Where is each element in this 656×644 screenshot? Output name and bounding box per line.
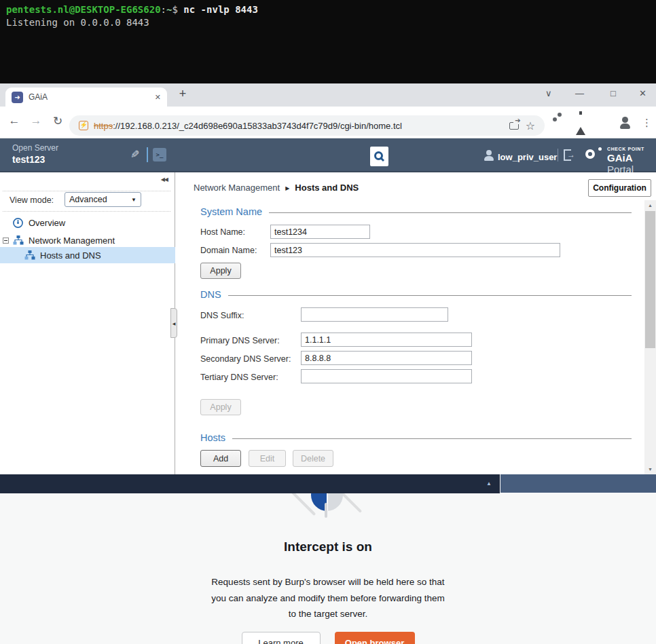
hosts-edit-button[interactable]: Edit [249, 450, 286, 467]
burp-titlebar[interactable]: ▲ [0, 474, 500, 493]
host-name-input[interactable] [270, 225, 370, 239]
url-rest: ://192.168.0.213/_c24d698e690a15833ab374… [113, 121, 402, 131]
burp-intercept-panel: Intercept is on Requests sent by Burp's … [0, 493, 656, 644]
breadcrumb-parent[interactable]: Network Management [194, 183, 280, 193]
browser-menu-icon[interactable]: ⋮ [642, 117, 652, 129]
sidebar-item-network-management[interactable]: Network Management [0, 232, 175, 248]
network-tree-icon [24, 250, 35, 260]
open-browser-button[interactable]: Open browser [335, 632, 415, 644]
scroll-down-icon[interactable]: ▼ [644, 464, 656, 474]
secondary-dns-label: Secondary DNS Server: [200, 354, 291, 364]
search-button[interactable] [370, 147, 388, 166]
burp-window-bar: ▲ [0, 474, 656, 493]
page-content: ◀ Network Management ▶ Hosts and DNS Con… [176, 172, 656, 474]
server-name: test123 [12, 154, 45, 165]
not-secure-icon[interactable]: ⚡ [79, 121, 88, 130]
brand-check-point: CHECK POINT [607, 147, 656, 151]
user-icon [484, 150, 494, 161]
sidebar-item-hosts-and-dns[interactable]: Hosts and DNS [0, 247, 175, 263]
intercept-illustration [325, 503, 327, 518]
portal-header: Open Server test123 ✎ >_ low_priv_user C… [0, 138, 656, 172]
section-title: Hosts [200, 432, 225, 443]
tertiary-dns-input[interactable] [301, 369, 472, 383]
dns-apply-button[interactable]: Apply [200, 399, 241, 415]
terminal-command: nc -nvlp 8443 [183, 4, 258, 15]
system-name-section-header: System Name [200, 206, 632, 217]
section-rule [228, 295, 632, 296]
tab-title: GAiA [29, 92, 155, 102]
tab-close-icon[interactable]: ✕ [155, 93, 161, 102]
primary-dns-input[interactable] [301, 333, 472, 347]
secondary-dns-input[interactable] [301, 351, 472, 365]
brand-text: CHECK POINT GAiA Portal [607, 147, 656, 175]
burp-titlebar-secondary[interactable] [500, 474, 656, 493]
new-tab-button[interactable]: + [175, 87, 190, 101]
view-mode-label: View mode: [10, 195, 54, 205]
chevron-down-icon: ▼ [131, 197, 136, 203]
expand-up-icon[interactable]: ▲ [486, 480, 492, 487]
window-close-icon[interactable]: ✕ [639, 88, 646, 98]
portal-main: ◀◀ View mode: Advanced ▼ Overview Networ… [0, 172, 656, 474]
breadcrumb-arrow-icon: ▶ [285, 185, 289, 191]
section-title: System Name [200, 206, 262, 217]
domain-name-label: Domain Name: [200, 246, 257, 255]
browser-tab-strip: ➜ GAiA ✕ + ∨ — □ ✕ [0, 83, 656, 107]
brand-gaia: GAiA [607, 152, 633, 164]
view-mode-select[interactable]: Advanced ▼ [65, 192, 141, 207]
learn-more-button[interactable]: Learn more [242, 632, 321, 644]
sidebar-item-label: Overview [29, 218, 65, 228]
sidebar-item-label: Hosts and DNS [40, 250, 101, 261]
window-chevron-icon[interactable]: ∨ [545, 88, 552, 98]
sidebar-collapse-icon[interactable]: ◀◀ [161, 176, 168, 183]
tree-collapse-icon[interactable] [3, 238, 9, 244]
tertiary-dns-label: Tertiary DNS Server: [200, 373, 278, 382]
address-bar[interactable]: ⚡ https://192.168.0.213/_c24d698e690a158… [69, 115, 545, 136]
hosts-section-header: Hosts [200, 432, 632, 443]
scroll-up-icon[interactable]: ▲ [644, 200, 656, 210]
browser-toolbar: ← → ↻ ⚡ https://192.168.0.213/_c24d698e6… [0, 107, 656, 138]
separator [3, 211, 170, 212]
header-divider [558, 149, 558, 162]
terminal-window: pentests.nl@DESKTOP-EG6S620:~$ nc -nvlp … [0, 0, 656, 83]
domain-name-input[interactable] [270, 243, 560, 257]
panel-collapse-handle[interactable]: ◀ [170, 308, 177, 338]
intercept-status-heading: Intercept is on [0, 539, 656, 554]
section-rule [232, 438, 632, 439]
terminal-output: Listening on 0.0.0.0 8443 [6, 16, 650, 29]
console-icon[interactable]: >_ [153, 148, 166, 162]
bookmark-star-icon[interactable]: ☆ [526, 119, 535, 132]
forward-icon[interactable]: → [29, 114, 43, 128]
configuration-button[interactable]: Configuration [588, 179, 651, 197]
search-icon [374, 151, 383, 160]
share-icon[interactable] [509, 122, 519, 130]
window-minimize-icon[interactable]: — [575, 88, 584, 98]
back-icon[interactable]: ← [7, 114, 22, 128]
breadcrumb-current: Hosts and DNS [295, 183, 359, 193]
server-type-label: Open Server [12, 143, 58, 153]
hosts-delete-button[interactable]: Delete [293, 450, 333, 467]
window-maximize-icon[interactable]: □ [611, 88, 616, 98]
url-text: https://192.168.0.213/_c24d698e690a15833… [94, 121, 504, 131]
url-scheme: https [94, 121, 113, 131]
flask-extension-icon[interactable] [576, 115, 585, 128]
check-point-logo [585, 147, 603, 164]
terminal-prompt-line: pentests.nl@DESKTOP-EG6S620:~$ nc -nvlp … [6, 3, 650, 16]
hosts-add-button[interactable]: Add [200, 450, 241, 467]
logout-icon[interactable] [564, 149, 571, 161]
dns-section-header: DNS [200, 289, 632, 300]
overview-gauge-icon [12, 217, 24, 229]
terminal-user-host: pentests.nl@DESKTOP-EG6S620 [6, 4, 161, 15]
system-name-apply-button[interactable]: Apply [200, 263, 241, 279]
dns-suffix-input[interactable] [301, 307, 448, 322]
reload-icon[interactable]: ↻ [50, 114, 65, 128]
logged-in-username[interactable]: low_priv_user [498, 152, 557, 162]
network-tree-icon [13, 235, 24, 245]
sidebar-item-overview[interactable]: Overview [0, 214, 175, 231]
intercept-description: Requests sent by Burp's browser will be … [0, 574, 656, 622]
sidebar-item-label: Network Management [29, 235, 115, 246]
browser-tab[interactable]: ➜ GAiA ✕ [5, 88, 167, 107]
edit-pencil-icon[interactable]: ✎ [130, 148, 139, 161]
content-scrollbar[interactable]: ▲ ▼ [644, 200, 656, 474]
scrollbar-thumb[interactable] [645, 211, 655, 348]
section-title: DNS [200, 289, 221, 300]
